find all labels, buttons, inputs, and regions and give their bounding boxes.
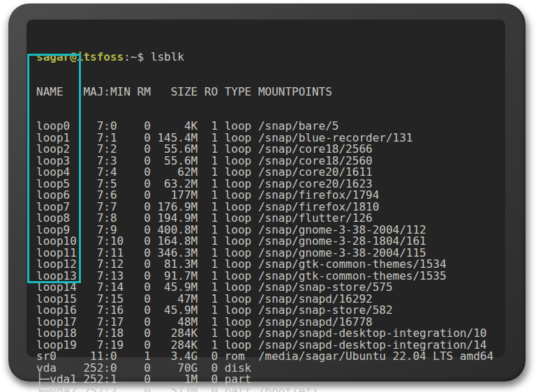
terminal-text: sagar@itsfoss:~$ lsblk NAME MAJ:MIN RM S… <box>36 29 493 392</box>
loop-names-highlight-box <box>27 54 81 283</box>
terminal-screen[interactable]: sagar@itsfoss:~$ lsblk NAME MAJ:MIN RM S… <box>27 20 505 357</box>
prompt-line: sagar@itsfoss:~$ lsblk <box>36 52 493 63</box>
typed-command: lsblk <box>151 50 184 63</box>
terminal-window: sagar@itsfoss:~$ lsblk NAME MAJ:MIN RM S… <box>8 3 526 382</box>
lsblk-row: ├─vda2 252:2 0 513M 0 part /boot/efi <box>36 386 493 392</box>
lsblk-output: loop0 7:0 0 4K 1 loop /snap/bare/5loop1 … <box>36 121 493 392</box>
lsblk-header-row: NAME MAJ:MIN RM SIZE RO TYPE MOUNTPOINTS <box>36 86 493 98</box>
prompt-suffix: :~$ <box>124 50 151 63</box>
